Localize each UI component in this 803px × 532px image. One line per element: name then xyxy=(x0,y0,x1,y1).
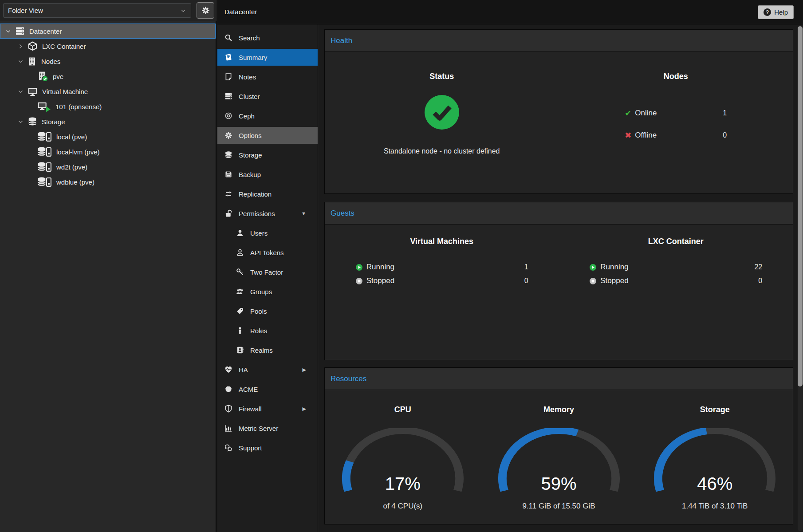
summary-content: Health Status Standalone node - no clust… xyxy=(319,24,803,532)
cross-icon xyxy=(625,130,631,140)
tree-item-vm-101[interactable]: 101 (opnsense) xyxy=(0,99,216,114)
resource-tree: Datacenter LXC Container Nodes pve Virtu… xyxy=(0,24,216,189)
guests-vm-column: Virtual Machines Running 1 Stopped 0 xyxy=(325,225,559,287)
menu-item-label: Storage xyxy=(239,151,262,159)
menu-item-ha[interactable]: HA xyxy=(217,361,318,378)
chevron-down-icon[interactable] xyxy=(18,59,28,64)
tree-settings-button[interactable] xyxy=(197,2,214,19)
row-label: Offline xyxy=(635,131,657,140)
tree-item-storage-wd2t[interactable]: wd2t (pve) xyxy=(0,159,216,174)
row-label: Stopped xyxy=(366,276,394,285)
lxc-stopped-row: Stopped 0 xyxy=(589,275,762,287)
chevron-down-icon[interactable] xyxy=(18,119,28,125)
menu-item-label: API Tokens xyxy=(250,249,284,256)
tree-item-label: pve xyxy=(53,73,63,80)
tree-item-storage-local-lvm[interactable]: local-lvm (pve) xyxy=(0,144,216,159)
tree-item-label: LXC Container xyxy=(42,43,86,50)
storage-heading: Storage xyxy=(700,405,730,416)
menu-item-cluster[interactable]: Cluster xyxy=(217,88,318,105)
menu-item-backup[interactable]: Backup xyxy=(217,166,318,183)
view-mode-value: Folder View xyxy=(8,7,180,14)
search-icon xyxy=(224,34,233,42)
key-icon xyxy=(235,268,245,276)
guests-lxc-column: LXC Container Running 22 Stopped 0 xyxy=(559,225,793,287)
help-button[interactable]: Help xyxy=(758,5,794,19)
menu-item-storage[interactable]: Storage xyxy=(217,146,318,163)
view-mode-select[interactable]: Folder View xyxy=(3,3,191,18)
tree-item-virtual-machine[interactable]: Virtual Machine xyxy=(0,84,216,99)
tree-item-datacenter[interactable]: Datacenter xyxy=(0,24,216,39)
menu-item-notes[interactable]: Notes xyxy=(217,68,318,85)
menu-item-users[interactable]: Users xyxy=(217,225,318,241)
tree-item-label: Nodes xyxy=(41,58,60,65)
chevron-down-icon[interactable] xyxy=(5,28,15,34)
row-value: 1 xyxy=(723,109,727,117)
health-panel-body: Status Standalone node - no cluster defi… xyxy=(325,52,793,155)
menu-item-label: Users xyxy=(250,229,268,237)
status-heading: Status xyxy=(429,72,454,82)
panel-title: Guests xyxy=(331,209,354,218)
tree-item-storage-wdblue[interactable]: wdblue (pve) xyxy=(0,174,216,189)
menu-item-label: HA xyxy=(239,366,248,374)
vm-running-row: Running 1 xyxy=(355,261,528,273)
guests-panel: Guests Virtual Machines Running 1 Stoppe… xyxy=(324,202,793,360)
menu-item-api-tokens[interactable]: API Tokens xyxy=(217,244,318,261)
book-icon xyxy=(224,53,233,61)
resource-tree-panel: Folder View Datacenter LXC Container xyxy=(0,0,216,532)
chevron-down-icon[interactable] xyxy=(18,89,28,95)
stop-circle-icon xyxy=(589,277,597,285)
sync-arrows-icon xyxy=(224,190,233,198)
menu-item-permissions[interactable]: Permissions xyxy=(217,205,318,222)
row-label: Running xyxy=(366,263,394,272)
tree-item-storage-local[interactable]: local (pve) xyxy=(0,129,216,144)
health-panel: Health Status Standalone node - no clust… xyxy=(324,29,793,194)
menu-item-label: Permissions xyxy=(239,210,275,217)
chevron-right-icon[interactable] xyxy=(18,43,28,49)
page-title: Datacenter xyxy=(224,8,257,16)
menu-item-realms[interactable]: Realms xyxy=(217,342,318,359)
expand-arrow-icon[interactable] xyxy=(303,367,306,373)
menu-item-pools[interactable]: Pools xyxy=(217,303,318,319)
scrollbar-thumb[interactable] xyxy=(798,26,803,386)
menu-item-acme[interactable]: ACME xyxy=(217,381,318,398)
menu-item-label: Replication xyxy=(239,190,272,198)
play-circle-icon xyxy=(589,264,597,271)
memory-percent: 59% xyxy=(495,474,623,494)
menu-item-metric-server[interactable]: Metric Server xyxy=(217,420,318,437)
server-stack-icon xyxy=(224,92,233,100)
building-icon xyxy=(28,57,37,66)
menu-item-label: Options xyxy=(239,132,262,139)
menu-item-firewall[interactable]: Firewall xyxy=(217,400,318,417)
memory-gauge: 59% xyxy=(495,428,623,495)
menu-item-groups[interactable]: Groups xyxy=(217,283,318,300)
guests-panel-body: Virtual Machines Running 1 Stopped 0 xyxy=(325,225,793,287)
tree-item-storage[interactable]: Storage xyxy=(0,114,216,129)
menu-item-two-factor[interactable]: Two Factor xyxy=(217,264,318,280)
menu-item-roles[interactable]: Roles xyxy=(217,322,318,339)
vm-rows: Running 1 Stopped 0 xyxy=(355,261,528,287)
row-value: 1 xyxy=(524,263,528,271)
content-topbar: Datacenter Help xyxy=(217,0,803,24)
menu-item-search[interactable]: Search xyxy=(217,29,318,46)
menu-item-label: Cluster xyxy=(239,93,260,100)
gear-icon xyxy=(224,131,233,139)
guests-panel-header: Guests xyxy=(325,202,793,225)
monitor-play-icon xyxy=(37,101,51,112)
menu-item-label: Summary xyxy=(239,54,267,61)
help-button-label: Help xyxy=(774,8,788,16)
expand-arrow-icon[interactable] xyxy=(303,406,306,412)
menu-item-label: Realms xyxy=(250,347,273,354)
menu-item-summary[interactable]: Summary xyxy=(217,49,318,66)
tree-item-lxc-container[interactable]: LXC Container xyxy=(0,39,216,54)
menu-item-support[interactable]: Support xyxy=(217,439,318,456)
collapse-arrow-icon[interactable] xyxy=(301,211,306,216)
row-label: Stopped xyxy=(600,276,628,285)
menu-item-options[interactable]: Options xyxy=(217,127,318,144)
tag-icon xyxy=(235,307,245,315)
proxmox-app: Folder View Datacenter LXC Container xyxy=(0,0,803,532)
tree-item-pve[interactable]: pve xyxy=(0,69,216,84)
menu-item-replication[interactable]: Replication xyxy=(217,185,318,202)
lxc-heading: LXC Container xyxy=(648,237,704,248)
menu-item-ceph[interactable]: Ceph xyxy=(217,107,318,124)
tree-item-nodes[interactable]: Nodes xyxy=(0,54,216,69)
